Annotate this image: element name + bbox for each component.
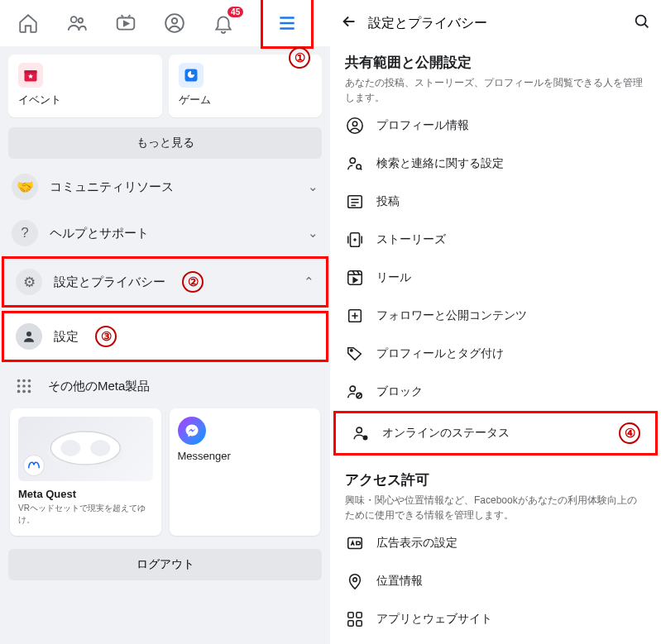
games-label: ゲーム bbox=[179, 93, 211, 106]
help-label: ヘルプとサポート bbox=[50, 226, 149, 241]
see-more-label: もっと見る bbox=[137, 136, 194, 149]
svg-point-14 bbox=[28, 384, 31, 388]
apps-sites-label: アプリとウェブサイト bbox=[376, 612, 492, 627]
settings-label: 設定 bbox=[54, 329, 79, 345]
svg-rect-41 bbox=[348, 621, 353, 626]
right-panel: 設定とプライバシー 共有範囲と公開設定 あなたの投稿、ストーリーズ、プロフィール… bbox=[330, 0, 661, 644]
handshake-icon: 🤝 bbox=[12, 174, 38, 200]
apps-sites-item[interactable]: アプリとウェブサイト bbox=[330, 600, 661, 638]
svg-point-21 bbox=[90, 440, 110, 456]
followers-item[interactable]: フォロワーと公開コンテンツ bbox=[330, 297, 661, 335]
messenger-icon bbox=[178, 417, 206, 445]
permissions-title: アクセス許可 bbox=[345, 470, 646, 489]
left-panel: 45 ① イベント ゲーム もっと見る 🤝 コミ bbox=[0, 0, 330, 644]
search-contact-item[interactable]: 検索と連絡に関する設定 bbox=[330, 145, 661, 183]
followers-icon bbox=[345, 306, 365, 326]
games-icon bbox=[179, 63, 204, 88]
grid-dots-icon bbox=[12, 374, 36, 398]
svg-point-25 bbox=[350, 158, 355, 163]
svg-point-16 bbox=[22, 390, 26, 394]
followers-label: フォロワーと公開コンテンツ bbox=[376, 308, 527, 323]
svg-point-17 bbox=[28, 390, 31, 394]
see-more-button[interactable]: もっと見る bbox=[8, 127, 322, 159]
community-label: コミュニティリソース bbox=[50, 179, 174, 195]
video-icon[interactable] bbox=[114, 12, 137, 35]
meta-quest-card[interactable]: Meta Quest VRヘッドセットで現実を超えてゆけ。 bbox=[10, 408, 161, 536]
logout-label: ログアウト bbox=[137, 557, 194, 570]
messenger-label: Messenger bbox=[178, 450, 313, 462]
menu-button-container: ① bbox=[261, 0, 314, 49]
logout-button[interactable]: ログアウト bbox=[8, 549, 322, 580]
ad-settings-item[interactable]: 広告表示の設定 bbox=[330, 524, 661, 562]
audience-section-header: 共有範囲と公開設定 あなたの投稿、ストーリーズ、プロフィールを閲覧できる人を管理… bbox=[330, 46, 661, 107]
svg-point-13 bbox=[22, 384, 26, 388]
settings-privacy-label: 設定とプライバシー bbox=[54, 274, 165, 290]
svg-point-32 bbox=[351, 350, 352, 351]
location-item[interactable]: 位置情報 bbox=[330, 562, 661, 600]
svg-point-33 bbox=[350, 386, 355, 391]
online-status-icon bbox=[351, 423, 371, 443]
svg-point-11 bbox=[28, 379, 31, 383]
quest-headset-image bbox=[18, 417, 153, 481]
meta-logo-icon bbox=[23, 455, 45, 476]
svg-point-12 bbox=[17, 384, 21, 388]
block-icon bbox=[345, 382, 365, 402]
chevron-down-icon: ⌄ bbox=[308, 179, 319, 194]
messenger-card[interactable]: Messenger bbox=[170, 408, 321, 536]
settings-item[interactable]: 設定 ③ bbox=[2, 311, 328, 362]
posts-item[interactable]: 投稿 bbox=[330, 183, 661, 221]
top-navigation: 45 ① bbox=[0, 0, 330, 46]
header-title: 設定とプライバシー bbox=[368, 15, 487, 32]
other-meta-label: その他のMeta製品 bbox=[48, 379, 150, 394]
profile-info-item[interactable]: プロフィール情報 bbox=[330, 107, 661, 145]
shortcut-events-card[interactable]: イベント bbox=[8, 55, 162, 117]
reels-item[interactable]: リール bbox=[330, 259, 661, 297]
svg-rect-39 bbox=[348, 613, 353, 618]
person-gear-icon bbox=[16, 323, 42, 350]
friends-icon[interactable] bbox=[65, 12, 89, 35]
stories-icon bbox=[345, 230, 365, 250]
help-support-section[interactable]: ? ヘルプとサポート ⌄ bbox=[0, 210, 330, 256]
profile-tag-label: プロフィールとタグ付け bbox=[376, 346, 504, 361]
profile-icon[interactable] bbox=[163, 12, 186, 35]
meta-products-row: Meta Quest VRヘッドセットで現実を超えてゆけ。 Messenger bbox=[0, 402, 330, 542]
online-status-item[interactable]: オンラインのステータス ④ bbox=[333, 411, 658, 456]
svg-point-9 bbox=[17, 379, 21, 383]
online-status-label: オンラインのステータス bbox=[382, 426, 510, 441]
back-arrow-icon[interactable] bbox=[340, 12, 358, 34]
community-resources-section[interactable]: 🤝 コミュニティリソース ⌄ bbox=[0, 164, 330, 210]
svg-rect-40 bbox=[357, 613, 362, 618]
search-icon[interactable] bbox=[633, 12, 651, 34]
svg-point-22 bbox=[636, 16, 646, 26]
block-item[interactable]: ブロック bbox=[330, 373, 661, 411]
svg-point-36 bbox=[363, 436, 366, 439]
hamburger-icon[interactable] bbox=[275, 12, 299, 35]
reels-label: リール bbox=[376, 270, 411, 285]
block-label: ブロック bbox=[376, 384, 423, 399]
calendar-star-icon bbox=[18, 63, 43, 88]
apps-icon bbox=[345, 609, 365, 629]
profile-tag-item[interactable]: プロフィールとタグ付け bbox=[330, 335, 661, 373]
events-label: イベント bbox=[18, 93, 61, 106]
question-icon: ? bbox=[12, 220, 38, 246]
search-contact-label: 検索と連絡に関する設定 bbox=[376, 156, 504, 171]
location-label: 位置情報 bbox=[376, 574, 423, 589]
audience-title: 共有範囲と公開設定 bbox=[345, 53, 646, 72]
settings-privacy-section[interactable]: ⚙ 設定とプライバシー ② ⌃ bbox=[2, 256, 328, 308]
other-meta-section-header: その他のMeta製品 bbox=[0, 365, 330, 402]
annotation-3: ③ bbox=[95, 326, 117, 347]
svg-point-0 bbox=[70, 17, 76, 22]
stories-item[interactable]: ストーリーズ bbox=[330, 221, 661, 259]
profile-icon bbox=[345, 116, 365, 136]
annotation-2: ② bbox=[182, 271, 204, 293]
audience-desc: あなたの投稿、ストーリーズ、プロフィールを閲覧できる人を管理します。 bbox=[345, 75, 646, 105]
svg-point-1 bbox=[78, 18, 82, 22]
quest-title: Meta Quest bbox=[18, 488, 153, 500]
svg-rect-6 bbox=[25, 70, 37, 73]
svg-point-24 bbox=[352, 122, 357, 126]
posts-label: 投稿 bbox=[376, 194, 400, 209]
profile-info-label: プロフィール情報 bbox=[376, 118, 469, 133]
shortcut-cards-row: イベント ゲーム bbox=[0, 50, 330, 122]
notifications-icon[interactable]: 45 bbox=[212, 12, 235, 35]
home-icon[interactable] bbox=[17, 12, 40, 35]
